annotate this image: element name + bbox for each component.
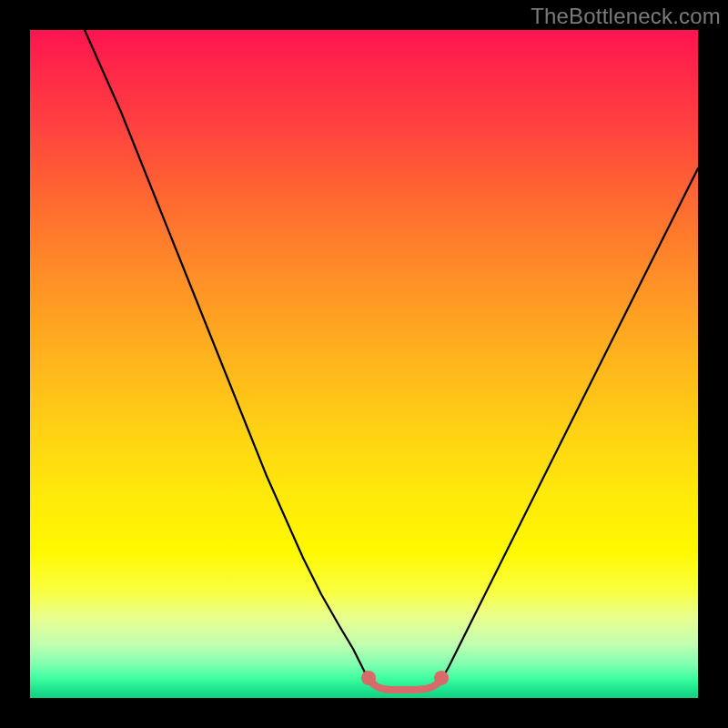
notch-left-dot — [361, 671, 376, 685]
curve-layer — [30, 30, 698, 698]
watermark-text: TheBottleneck.com — [531, 4, 721, 29]
notch-segment — [369, 680, 441, 690]
bottleneck-curve — [85, 30, 698, 690]
plot-area — [30, 30, 698, 698]
chart-frame: TheBottleneck.com — [0, 0, 728, 728]
notch-right-dot — [434, 671, 449, 685]
